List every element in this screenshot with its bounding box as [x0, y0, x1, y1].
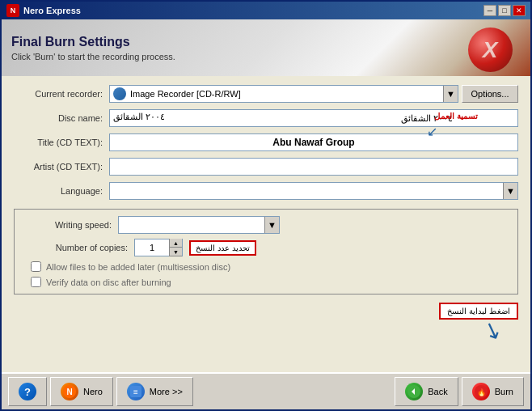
language-row: Language: ▼ — [14, 181, 518, 201]
minimize-button[interactable]: ─ — [483, 5, 496, 16]
writing-speed-arrow[interactable]: ▼ — [264, 217, 279, 233]
title-label: Title (CD TEXT): — [14, 138, 103, 147]
allow-files-row: Allow files to be added later (multisess… — [23, 261, 509, 272]
copies-spinner-buttons: ▲ ▼ — [169, 239, 182, 256]
artist-row: Artist (CD TEXT): — [14, 157, 518, 176]
burn-icon: 🔥 — [472, 383, 490, 400]
banner-title: Final Burn Settings — [11, 35, 521, 49]
maximize-button[interactable]: □ — [498, 5, 511, 16]
language-dropdown[interactable]: ▼ — [109, 182, 518, 200]
language-label: Language: — [14, 186, 103, 196]
back-button[interactable]: Back — [395, 377, 458, 406]
disc-name-label: Disc name: — [14, 113, 103, 123]
title-bar: N Nero Express ─ □ ✕ — [2, 2, 530, 19]
verify-data-row: Verify data on disc after burning — [23, 277, 509, 287]
recorder-icon — [113, 87, 126, 100]
more-button[interactable]: ≡ More >> — [116, 377, 193, 406]
burn-annotation-box: اضغط لبداية النسخ — [439, 303, 518, 320]
burn-label: Burn — [495, 387, 513, 396]
copies-label: Number of copies: — [39, 243, 128, 252]
current-recorder-control-group: Image Recorder [CD-R/RW] ▼ Options... — [109, 85, 518, 103]
language-dropdown-arrow[interactable]: ▼ — [503, 183, 517, 199]
copies-annotation: تحديد عدد النسخ — [189, 240, 256, 256]
verify-data-checkbox[interactable] — [31, 277, 41, 287]
taskbar: ? N Nero ≡ More >> — [2, 372, 530, 409]
main-content: Current recorder: Image Recorder [CD-R/R… — [2, 76, 530, 372]
banner-x-logo: X — [483, 37, 498, 63]
svg-text:N: N — [66, 388, 72, 396]
artist-input[interactable] — [109, 158, 518, 176]
copies-row: Number of copies: 1 ▲ ▼ تحديد عدد النسخ — [23, 239, 509, 256]
back-label: Back — [428, 387, 447, 396]
nero-icon: N — [61, 383, 78, 400]
options-button[interactable]: Options... — [462, 85, 518, 103]
current-recorder-dropdown[interactable]: Image Recorder [CD-R/RW] ▼ — [109, 85, 458, 103]
disc-name-value: ٢٠٠٤ الشقائق — [113, 112, 165, 122]
writing-speed-dropdown[interactable]: ▼ — [118, 216, 280, 234]
disc-name-container: تسمية العمل ٢٠٠٤ الشقائق ↙ — [109, 109, 518, 127]
title-bar-left: N Nero Express — [6, 4, 81, 17]
title-buttons: ─ □ ✕ — [483, 5, 526, 16]
disc-name-row: Disc name: تسمية العمل ٢٠٠٤ الشقائق ↙ — [14, 108, 518, 128]
allow-files-label: Allow files to be added later (multisess… — [46, 262, 230, 272]
banner: Final Burn Settings Click 'Burn' to star… — [2, 19, 530, 76]
svg-text:🔥: 🔥 — [476, 388, 486, 397]
nero-button[interactable]: N Nero — [50, 377, 113, 406]
svg-text:≡: ≡ — [133, 388, 138, 396]
writing-speed-row: Writing speed: ▼ — [23, 216, 509, 234]
writing-options-group: Writing speed: ▼ Number of copies: 1 ▲ ▼ — [14, 209, 518, 294]
app-icon: N — [6, 4, 19, 17]
help-button[interactable]: ? — [8, 377, 47, 406]
current-recorder-row: Current recorder: Image Recorder [CD-R/R… — [14, 84, 518, 104]
copies-increment[interactable]: ▲ — [169, 239, 182, 248]
more-icon: ≡ — [127, 383, 145, 400]
writing-options-inner: Writing speed: ▼ Number of copies: 1 ▲ ▼ — [23, 216, 509, 287]
copies-decrement[interactable]: ▼ — [169, 248, 182, 256]
disc-name-annotation: تسمية العمل — [434, 112, 478, 121]
recorder-dropdown-arrow[interactable]: ▼ — [443, 86, 458, 102]
title-input[interactable] — [109, 133, 518, 151]
nero-label: Nero — [83, 387, 103, 396]
artist-label: Artist (CD TEXT): — [14, 162, 103, 172]
more-label: More >> — [150, 387, 183, 396]
help-icon: ? — [19, 383, 36, 400]
burn-button[interactable]: 🔥 Burn — [462, 377, 524, 406]
burn-annotation-container: اضغط لبداية النسخ ↘ — [439, 303, 518, 320]
copies-value: 1 — [135, 243, 169, 252]
banner-circle-decoration: X — [468, 28, 513, 72]
current-recorder-value: Image Recorder [CD-R/RW] — [130, 89, 454, 99]
back-icon — [405, 383, 423, 400]
current-recorder-label: Current recorder: — [14, 89, 103, 99]
close-button[interactable]: ✕ — [513, 5, 526, 16]
writing-speed-label: Writing speed: — [23, 220, 112, 230]
verify-data-label: Verify data on disc after burning — [46, 278, 171, 287]
copies-spinner[interactable]: 1 ▲ ▼ — [134, 239, 183, 256]
banner-subtitle: Click 'Burn' to start the recording proc… — [11, 52, 521, 61]
disc-annotation-arrow: ↙ — [427, 124, 437, 139]
banner-decoration: X — [458, 23, 522, 76]
title-row: Title (CD TEXT): — [14, 133, 518, 152]
main-window: N Nero Express ─ □ ✕ Final Burn Settings… — [0, 0, 532, 411]
window-title: Nero Express — [23, 6, 81, 15]
burn-annotation-area: اضغط لبداية النسخ ↘ — [14, 303, 518, 320]
allow-files-checkbox[interactable] — [31, 261, 41, 272]
